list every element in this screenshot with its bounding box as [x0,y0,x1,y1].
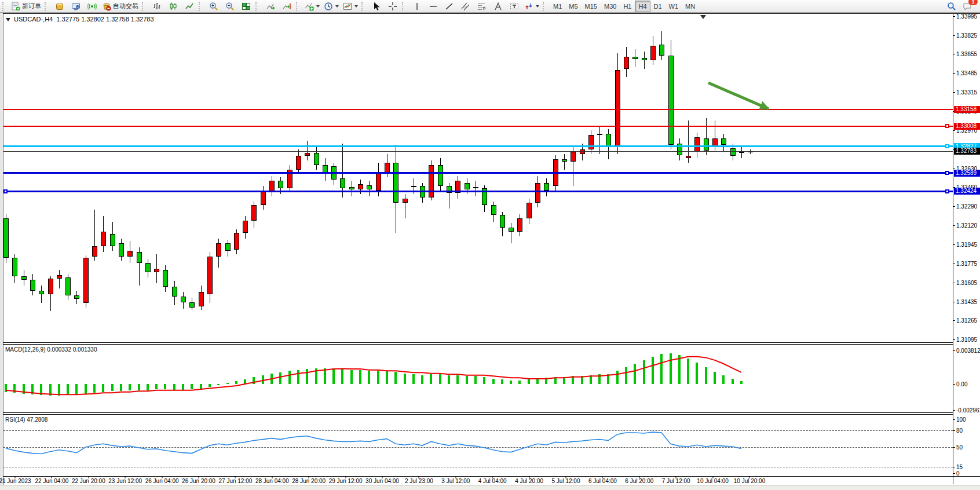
fibonacci-tool-button[interactable] [474,0,489,12]
bar-chart-button[interactable] [149,0,164,12]
rsi-tick-mark [953,419,955,420]
macd-histogram-bar [687,359,689,384]
timeframe-button-m30[interactable]: M30 [601,1,620,12]
time-tick-label: 3 Jul 12:00 [441,478,470,484]
toolbar-grip[interactable] [543,2,547,11]
periods-button[interactable] [322,0,341,12]
horizontal-line-object[interactable] [3,126,953,127]
candle-body [12,258,17,277]
candle-body [632,57,638,59]
timeframe-button-m5[interactable]: M5 [565,1,581,12]
arrows-icon [524,2,533,11]
macd-histogram-bar [714,372,716,384]
horizontal-line-object[interactable] [3,145,953,147]
cursor-tool-button[interactable] [368,0,384,12]
new-order-label: 新订单 [22,2,41,10]
templates-button[interactable] [341,0,360,12]
search-button[interactable] [944,0,959,12]
macd-histogram-bar [138,384,140,390]
time-tick-label: 6 Jul 04:00 [588,478,617,484]
signal-button[interactable] [84,0,100,12]
timeframe-button-m15[interactable]: M15 [582,1,601,12]
time-tick-label: 28 Jun 20:00 [292,478,326,484]
tile-windows-button[interactable] [238,0,254,12]
candle-wick [307,141,308,161]
timeframe-button-w1[interactable]: W1 [665,1,682,12]
timeframe-button-m1[interactable]: M1 [550,1,565,12]
macd-histogram-bar [536,379,539,384]
new-order-button[interactable]: 新订单 [9,0,43,12]
main-toolbar: 新订单 自动交易 [0,0,980,13]
candle-body [509,228,514,232]
candle-wick [511,223,511,243]
trendline-tool-button[interactable] [441,0,457,12]
main-macd-splitter[interactable] [3,342,953,343]
chart-shift-button[interactable] [279,0,294,12]
timeframe-button-h1[interactable]: H1 [620,1,635,12]
toolbar-grip[interactable] [199,2,203,11]
chart-collapse-icon[interactable] [6,18,10,21]
line-handle[interactable] [945,189,949,193]
candle-body [305,153,310,156]
autotrade-button[interactable]: 自动交易 [100,0,140,12]
line-handle[interactable] [3,189,8,193]
candle-body [571,152,576,162]
toolbar-grip[interactable] [255,2,259,11]
line-chart-button[interactable] [181,0,197,12]
timeframe-button-h4[interactable]: H4 [635,1,650,12]
time-tick-label: 30 Jun 04:00 [365,478,399,484]
zoom-out-button[interactable] [222,0,237,12]
line-handle[interactable] [945,171,949,175]
horizontal-line-object[interactable] [3,191,953,192]
candle-body [65,277,71,295]
zoom-in-button[interactable] [206,0,221,12]
rsi-tick-label: 15 [956,464,963,470]
macd-histogram-bar [722,375,725,384]
timeframe-button-d1[interactable]: D1 [650,1,665,12]
time-tick-label: 5 Jul 12:00 [552,478,580,484]
channel-tool-button[interactable] [458,0,473,12]
arrows-tool-button[interactable] [522,0,541,12]
toolbar-grip[interactable] [402,2,406,11]
toolbar-grip[interactable] [142,2,146,11]
vertical-line-tool-button[interactable] [409,0,425,12]
candlestick-chart-button[interactable] [165,0,181,12]
candle-wick [405,194,405,218]
toolbar-grip[interactable] [2,2,6,11]
macd-histogram-bar [430,374,432,384]
candle-body [119,243,124,257]
crosshair-tool-button[interactable] [385,0,400,12]
add-indicator-button[interactable] [303,0,321,12]
candle-wick [599,126,600,154]
macd-histogram-bar [518,381,521,384]
price-tag: 1.32424 [954,188,980,195]
autotrade-label: 自动交易 [113,2,138,10]
gold-cube-button[interactable] [52,0,67,12]
text-tool-button[interactable] [490,0,506,12]
notifications-button[interactable]: 1 [960,0,975,12]
toolbar-grip[interactable] [45,2,49,11]
chart-shift-marker[interactable] [700,15,706,19]
horizontal-line-tool-button[interactable] [425,0,441,12]
timeframe-button-mn[interactable]: MN [682,1,699,12]
market-watch-button[interactable] [68,0,83,12]
line-handle[interactable] [945,124,949,128]
candle-body [110,234,115,246]
macd-signal-line [3,344,953,412]
macd-rsi-splitter[interactable] [3,412,953,413]
horizontal-line-icon [429,2,438,11]
price-tick-mark [953,54,955,54]
candle-body [137,252,142,263]
macd-histogram-bar [740,381,743,384]
toolbar-grip[interactable] [296,2,300,11]
text-label-tool-button[interactable] [506,0,522,12]
chart-shift-icon [282,2,291,11]
horizontal-line-object[interactable] [3,172,953,174]
candle-body [251,205,257,221]
horizontal-line-object[interactable] [3,109,953,110]
line-handle[interactable] [945,144,949,148]
toolbar-grip[interactable] [361,2,365,11]
trend-arrow-annotation[interactable] [0,0,980,490]
candle-body [597,134,602,135]
auto-scroll-button[interactable] [262,0,278,12]
